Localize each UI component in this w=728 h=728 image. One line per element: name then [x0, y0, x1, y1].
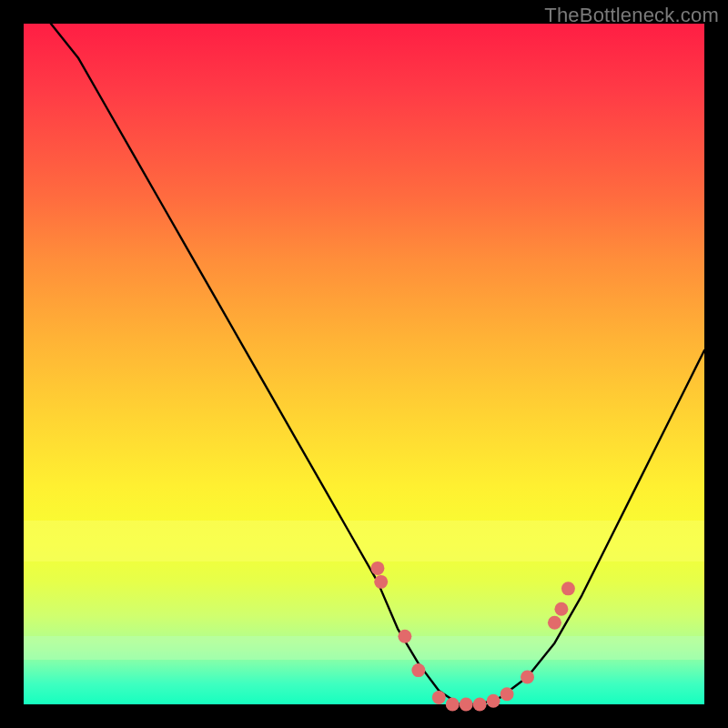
- curve-marker: [500, 687, 514, 701]
- curve-marker: [398, 630, 411, 643]
- curve-svg: [24, 24, 704, 704]
- marker-group: [370, 561, 574, 712]
- curve-marker: [487, 694, 500, 708]
- curve-marker: [554, 602, 568, 616]
- curve-marker: [561, 581, 575, 595]
- curve-marker: [521, 671, 534, 684]
- curve-marker: [411, 663, 425, 677]
- chart-frame: TheBottleneck.com: [0, 0, 728, 728]
- curve-marker: [460, 698, 473, 712]
- curve-marker: [374, 575, 388, 589]
- curve-marker: [548, 616, 561, 630]
- bottleneck-curve: [51, 24, 704, 704]
- watermark-text: TheBottleneck.com: [544, 4, 719, 27]
- plot-area: [24, 24, 704, 704]
- curve-marker: [370, 561, 384, 575]
- curve-marker: [473, 698, 487, 712]
- curve-marker: [432, 691, 446, 704]
- curve-marker: [446, 698, 460, 712]
